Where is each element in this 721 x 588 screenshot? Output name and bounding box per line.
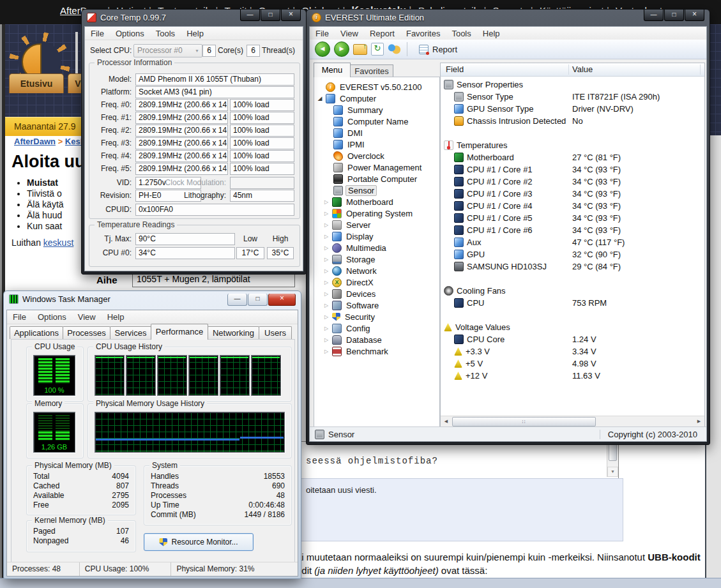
scroll-down-icon[interactable] <box>607 467 618 477</box>
table-row[interactable]: +5 V4.98 V <box>441 358 704 370</box>
collapsed-arrow-icon[interactable]: ▷ <box>323 211 330 216</box>
tree-item-everest-version[interactable]: EVEREST v5.50.2100 <box>314 81 439 93</box>
scrollbar-thumb[interactable] <box>609 443 617 461</box>
table-row-group[interactable]: Cooling Fans <box>441 285 704 297</box>
table-row[interactable]: Sensor TypeITE IT8721F (ISA 290h) <box>441 91 704 103</box>
table-row-group[interactable]: Voltage Values <box>441 321 704 333</box>
tree-item-software[interactable]: ▷Software <box>314 299 439 311</box>
scroll-right-icon[interactable]: ▶ <box>694 416 704 427</box>
tab-performance[interactable]: Performance <box>151 324 208 340</box>
message-textarea[interactable]: seessä ohjelmistofiba? <box>296 441 619 479</box>
table-row[interactable]: +12 V11.63 V <box>441 370 704 382</box>
collapsed-arrow-icon[interactable]: ▷ <box>323 234 330 239</box>
tree-item-security[interactable]: ▷Security <box>314 311 439 322</box>
maximize-button[interactable] <box>261 10 280 21</box>
table-row[interactable]: CPU #1 / Core #234 °C (93 °F) <box>441 176 704 188</box>
tree-item-motherboard[interactable]: ▷Motherboard <box>314 196 439 207</box>
horizontal-scrollbar[interactable]: ◀ ▶ <box>441 416 704 427</box>
table-row[interactable]: Motherboard27 °C (81 °F) <box>441 151 704 163</box>
table-row[interactable]: GPU32 °C (90 °F) <box>441 248 704 260</box>
table-row[interactable]: CPU #1 / Core #434 °C (93 °F) <box>441 200 704 212</box>
minimize-button[interactable] <box>227 294 247 306</box>
collapsed-arrow-icon[interactable]: ▷ <box>323 291 330 297</box>
collapsed-arrow-icon[interactable]: ▷ <box>323 326 330 331</box>
menu-file[interactable]: File <box>310 29 335 38</box>
menu-view[interactable]: View <box>335 29 364 38</box>
collapsed-arrow-icon[interactable]: ▷ <box>323 245 330 251</box>
breadcrumb-home-link[interactable]: AfterDawn <box>14 137 56 146</box>
tree-item-power-management[interactable]: Power Management <box>314 162 439 173</box>
collapsed-arrow-icon[interactable]: ▷ <box>323 268 330 274</box>
tab-menu[interactable]: Menu <box>314 63 351 77</box>
tree-item-benchmark[interactable]: ▷Benchmark <box>314 345 439 357</box>
tree-item-overclock[interactable]: Overclock <box>314 150 439 162</box>
menu-tools[interactable]: Tools <box>446 29 476 38</box>
tree-item-storage[interactable]: ▷Storage <box>314 253 439 265</box>
report-button[interactable]: Report <box>414 43 462 56</box>
menu-favorites[interactable]: Favorites <box>400 29 446 38</box>
expanded-arrow-icon[interactable]: ◢ <box>317 95 323 102</box>
collapsed-arrow-icon[interactable]: ▷ <box>323 303 330 308</box>
collapsed-arrow-icon[interactable]: ▷ <box>323 257 330 262</box>
column-divider[interactable] <box>568 64 569 75</box>
table-row[interactable]: Aux47 °C (117 °F) <box>441 236 704 248</box>
tree-item-summary[interactable]: Summary <box>314 104 439 116</box>
collapsed-arrow-icon[interactable]: ▷ <box>323 280 330 285</box>
tree-item-devices[interactable]: ▷Devices <box>314 288 439 299</box>
menu-file[interactable]: File <box>7 312 32 322</box>
close-button[interactable] <box>281 10 301 21</box>
table-row[interactable]: GPU Sensor TypeDriver (NV-DRV) <box>441 103 704 115</box>
folder-up-icon[interactable] <box>353 44 367 55</box>
tree-item-network[interactable]: ▷Network <box>314 265 439 276</box>
value-column-header[interactable]: Value <box>572 64 593 74</box>
menu-report[interactable]: Report <box>364 29 400 38</box>
menu-help[interactable]: Help <box>102 312 130 322</box>
rules-link[interactable]: keskust <box>43 237 73 248</box>
tree-item-computer-name[interactable]: Computer Name <box>314 116 439 127</box>
table-row[interactable]: CPU753 RPM <box>441 297 704 309</box>
forward-icon[interactable]: ▶ <box>334 41 349 57</box>
tree-item-portable-computer[interactable]: Portable Computer <box>314 173 439 185</box>
tree-item-database[interactable]: ▷Database <box>314 334 439 345</box>
tab-applications[interactable]: Applications <box>10 326 63 339</box>
tab-users[interactable]: Users <box>259 326 292 339</box>
resource-monitor-button[interactable]: Resource Monitor... <box>144 533 254 551</box>
close-button[interactable] <box>268 294 296 306</box>
table-row[interactable]: CPU #1 / Core #134 °C (93 °F) <box>441 163 704 176</box>
cpu-select-dropdown[interactable]: Processor #0 <box>133 44 202 57</box>
tree-item-dmi[interactable]: DMI <box>314 127 439 139</box>
close-button[interactable] <box>685 10 704 21</box>
menu-tools[interactable]: Tools <box>150 29 181 38</box>
column-header[interactable]: Field Value <box>441 63 704 77</box>
tab-favorites[interactable]: Favorites <box>350 64 393 78</box>
tab-processes[interactable]: Processes <box>63 326 110 339</box>
menu-help[interactable]: Help <box>477 29 506 38</box>
collapsed-arrow-icon[interactable]: ▷ <box>323 337 330 343</box>
menu-options[interactable]: Options <box>110 29 150 38</box>
table-row[interactable]: CPU #1 / Core #534 °C (93 °F) <box>441 212 704 224</box>
collapsed-arrow-icon[interactable]: ▷ <box>323 222 330 228</box>
minimize-button[interactable] <box>240 10 260 21</box>
table-row[interactable]: CPU #1 / Core #634 °C (93 °F) <box>441 224 704 236</box>
tab-services[interactable]: Services <box>110 326 151 339</box>
tab-networking[interactable]: Networking <box>208 326 259 339</box>
table-row[interactable]: Chassis Intrusion DetectedNo <box>441 115 704 127</box>
back-icon[interactable]: ◀ <box>315 41 330 57</box>
table-row-group[interactable]: Temperatures <box>441 139 704 151</box>
tree-item-display[interactable]: ▷Display <box>314 230 439 242</box>
table-row[interactable]: CPU #1 / Core #334 °C (93 °F) <box>441 188 704 200</box>
tree-item-computer[interactable]: ◢Computer <box>314 93 439 104</box>
field-column-header[interactable]: Field <box>446 64 464 74</box>
collapsed-arrow-icon[interactable]: ▷ <box>323 199 330 205</box>
textarea-scrollbar[interactable] <box>607 442 618 477</box>
collapsed-arrow-icon[interactable]: ▷ <box>323 349 330 354</box>
menu-file[interactable]: File <box>85 29 110 38</box>
menu-help[interactable]: Help <box>181 29 209 38</box>
maximize-button[interactable] <box>664 10 684 21</box>
nav-button-etusivu[interactable]: Etusivu <box>9 73 64 93</box>
tree-item-ipmi[interactable]: IPMI <box>314 139 439 150</box>
tree-item-config[interactable]: ▷Config <box>314 322 439 334</box>
menu-options[interactable]: Options <box>32 312 72 322</box>
restore-button[interactable] <box>248 294 268 306</box>
table-row[interactable]: CPU Core1.24 V <box>441 333 704 345</box>
